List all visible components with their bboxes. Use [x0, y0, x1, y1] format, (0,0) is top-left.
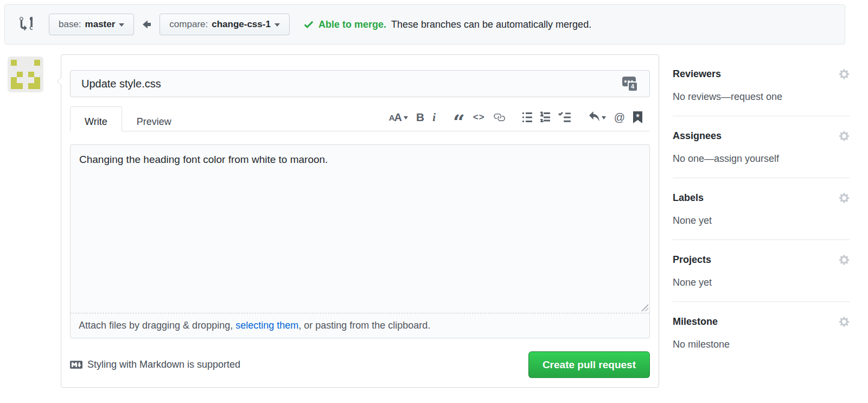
section-title: Projects [673, 254, 711, 266]
compare-label: compare: [169, 19, 208, 30]
text-size-icon[interactable]: AA [389, 111, 408, 124]
quote-icon[interactable]: “ [453, 111, 465, 124]
toolbar-group-misc: @ ★ [588, 111, 642, 124]
saved-replies-bookmark-icon[interactable]: ★ [633, 111, 642, 124]
tab-write[interactable]: Write [70, 106, 122, 131]
section-detail: None yet [673, 277, 850, 288]
bold-icon[interactable]: B [416, 111, 424, 124]
base-label: base: [59, 19, 81, 30]
arrow-left-icon [142, 18, 151, 31]
compare-branch-name: change-css-1 [212, 19, 271, 30]
pr-description-textarea[interactable]: Changing the heading font color from whi… [70, 144, 650, 313]
ordered-list-icon[interactable] [540, 111, 550, 124]
sidebar-section-milestone: Milestone No milestone [673, 316, 850, 363]
section-title: Reviewers [673, 68, 721, 80]
gear-icon[interactable] [839, 316, 850, 328]
check-icon [304, 18, 314, 30]
editor-body: Changing the heading font color from whi… [70, 144, 650, 338]
saved-replies-icon: 4 [622, 77, 637, 91]
sidebar-section-assignees: Assignees No one—assign yourself [673, 130, 850, 178]
merge-status-text: Able to merge. [318, 19, 386, 30]
branch-compare-bar: base: master compare: change-css-1 Able … [4, 4, 845, 45]
gear-icon[interactable] [839, 130, 850, 142]
editor-tabs: Write Preview [70, 106, 186, 131]
markdown-editor-header: Write Preview AA B i “ <> [70, 107, 650, 131]
attach-hint-prefix: Attach files by dragging & dropping, [79, 320, 235, 331]
section-title: Labels [673, 192, 704, 204]
base-branch-name: master [85, 19, 116, 30]
user-identicon-avatar [8, 56, 43, 92]
mention-icon[interactable]: @ [614, 111, 625, 124]
compare-branch-selector[interactable]: compare: change-css-1 [159, 14, 290, 35]
create-pull-request-button[interactable]: Create pull request [528, 351, 650, 378]
attach-files-bar: Attach files by dragging & dropping, sel… [70, 313, 650, 338]
toolbar-group-lists [522, 111, 571, 124]
saved-replies-count-badge: 4 [629, 83, 637, 91]
chevron-down-icon [404, 116, 408, 122]
select-files-link[interactable]: selecting them [235, 320, 298, 331]
section-title: Milestone [673, 316, 718, 328]
chevron-down-icon [602, 116, 606, 122]
markdown-toolbar: AA B i “ <> [372, 111, 642, 131]
toolbar-group-insert: “ <> [453, 111, 505, 124]
section-detail: None yet [673, 215, 850, 226]
code-icon[interactable]: <> [473, 111, 485, 124]
toolbar-group-text: AA B i [389, 111, 436, 124]
sidebar-section-reviewers: Reviewers No reviews—request one [673, 68, 850, 116]
form-footer: Styling with Markdown is supported Creat… [70, 351, 650, 378]
gear-icon[interactable] [839, 68, 850, 80]
section-title: Assignees [673, 130, 722, 142]
title-row: 4 [70, 70, 650, 97]
chevron-down-icon [275, 23, 280, 29]
attach-hint-suffix: , or pasting from the clipboard. [298, 320, 430, 331]
link-icon[interactable] [493, 111, 505, 124]
gear-icon[interactable] [839, 192, 850, 204]
markdown-icon [70, 358, 82, 371]
section-detail: No reviews—request one [673, 91, 850, 103]
task-list-icon[interactable] [558, 111, 571, 124]
markdown-supported-note: Styling with Markdown is supported [70, 358, 240, 371]
italic-icon[interactable]: i [432, 111, 436, 124]
base-branch-selector[interactable]: base: master [49, 14, 134, 35]
merge-status: Able to merge. These branches can be aut… [304, 18, 591, 30]
tab-preview[interactable]: Preview [122, 106, 186, 131]
pr-title-input[interactable] [70, 70, 650, 97]
section-detail: No one—assign yourself [673, 153, 850, 165]
sidebar-section-labels: Labels None yet [673, 192, 850, 240]
reply-icon[interactable] [588, 111, 606, 124]
chevron-down-icon [119, 23, 124, 29]
sidebar-section-projects: Projects None yet [673, 254, 850, 302]
discussion-sidebar: Reviewers No reviews—request one Assigne… [673, 68, 850, 377]
gear-icon[interactable] [839, 254, 850, 266]
saved-replies-button[interactable]: 4 [616, 74, 642, 93]
git-compare-icon [20, 16, 33, 34]
merge-status-detail: These branches can be automatically merg… [391, 19, 591, 30]
section-detail: No milestone [673, 339, 850, 350]
unordered-list-icon[interactable] [522, 111, 532, 124]
pull-request-form: 4 Write Preview AA B i “ <> [61, 54, 659, 388]
